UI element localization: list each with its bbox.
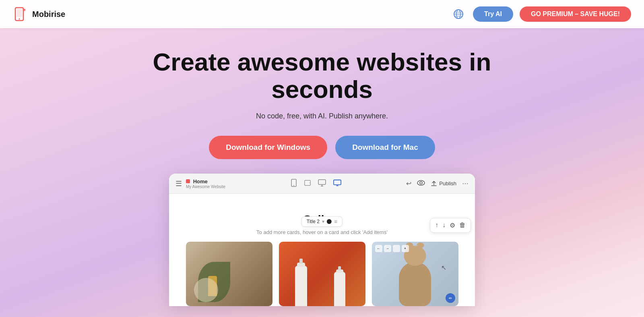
gallery-grid: ← → + ↖ ✏ xyxy=(181,242,463,306)
header-right: Try AI GO PREMIUM – SAVE HUGE! xyxy=(450,6,631,22)
bear-body xyxy=(399,262,431,306)
app-content: Title 2 ▾ ≡ ↑ ↓ ⚙ 🗑 Gallery To add more … xyxy=(169,194,475,306)
download-windows-button[interactable]: Download for Windows xyxy=(209,136,327,159)
preview-icon[interactable] xyxy=(417,180,425,187)
globe-button[interactable] xyxy=(450,6,466,22)
move-up-icon[interactable]: ↑ xyxy=(435,222,438,229)
block-toolbar: ↑ ↓ ⚙ 🗑 xyxy=(430,218,471,233)
bottle-1-shape xyxy=(295,266,307,306)
svg-point-20 xyxy=(417,180,425,185)
svg-point-2 xyxy=(19,19,20,20)
page-subname: My Awesome Website xyxy=(186,184,225,189)
publish-button[interactable]: Publish xyxy=(431,180,456,187)
download-mac-button[interactable]: Download for Mac xyxy=(335,136,435,159)
cursor-icon: ↖ xyxy=(441,264,446,271)
premium-button[interactable]: GO PREMIUM – SAVE HUGE! xyxy=(520,6,631,22)
gallery-card-2 xyxy=(279,242,365,306)
mobile-view-icon[interactable] xyxy=(291,179,297,189)
card-nav-left: ← → + xyxy=(375,245,409,252)
toolbar-right: ↩ Publish ⋯ xyxy=(406,180,469,187)
circle-shape xyxy=(194,278,218,302)
svg-point-11 xyxy=(293,185,294,186)
hero-title: Create awesome websites in seconds xyxy=(141,48,503,103)
gallery-card-3: ← → + ↖ ✏ xyxy=(372,242,458,306)
more-options-icon[interactable]: ⋯ xyxy=(462,180,469,187)
svg-rect-14 xyxy=(318,180,326,184)
hero-section: Create awesome websites in seconds No co… xyxy=(0,0,644,317)
undo-icon[interactable]: ↩ xyxy=(406,180,411,187)
gallery-card-1 xyxy=(186,242,272,306)
logo-icon: ✦ xyxy=(13,6,28,22)
hero-subtitle: No code, free, with AI. Publish anywhere… xyxy=(256,112,388,120)
toolbar-center xyxy=(291,179,341,189)
monitor-view-icon[interactable] xyxy=(318,179,326,188)
svg-rect-1 xyxy=(17,9,22,17)
toolbar-left: ☰ Home My Awesome Website xyxy=(175,178,225,189)
home-dot xyxy=(186,179,190,183)
app-preview: ☰ Home My Awesome Website xyxy=(169,174,475,306)
hamburger-icon[interactable]: ☰ xyxy=(175,179,182,188)
settings-icon[interactable]: ⚙ xyxy=(450,222,455,229)
tablet-view-icon[interactable] xyxy=(304,179,311,189)
edit-card-button[interactable]: ✏ xyxy=(446,293,455,303)
move-down-icon[interactable]: ↓ xyxy=(442,222,446,229)
svg-rect-17 xyxy=(334,180,341,185)
svg-text:✦: ✦ xyxy=(23,8,26,12)
logo-text: Mobirise xyxy=(32,10,65,19)
desktop-view-icon[interactable] xyxy=(333,179,341,188)
bottle-2-shape xyxy=(334,272,345,306)
app-toolbar: ☰ Home My Awesome Website xyxy=(169,174,475,194)
page-name: Home xyxy=(186,178,225,184)
block-label: Title 2 ▾ ≡ xyxy=(301,216,343,227)
header: ✦ Mobirise Try AI GO PREMIUM – SAVE HUGE… xyxy=(0,0,644,28)
page-info: Home My Awesome Website xyxy=(186,178,225,189)
logo-area: ✦ Mobirise xyxy=(13,6,65,22)
svg-point-21 xyxy=(420,182,422,184)
delete-icon[interactable]: 🗑 xyxy=(459,222,466,229)
gallery-subtitle: To add more cards, hover on a card and c… xyxy=(181,229,463,235)
svg-point-13 xyxy=(309,182,310,183)
try-ai-button[interactable]: Try AI xyxy=(473,6,513,22)
hero-buttons: Download for Windows Download for Mac xyxy=(209,136,435,159)
globe-icon xyxy=(453,9,464,19)
